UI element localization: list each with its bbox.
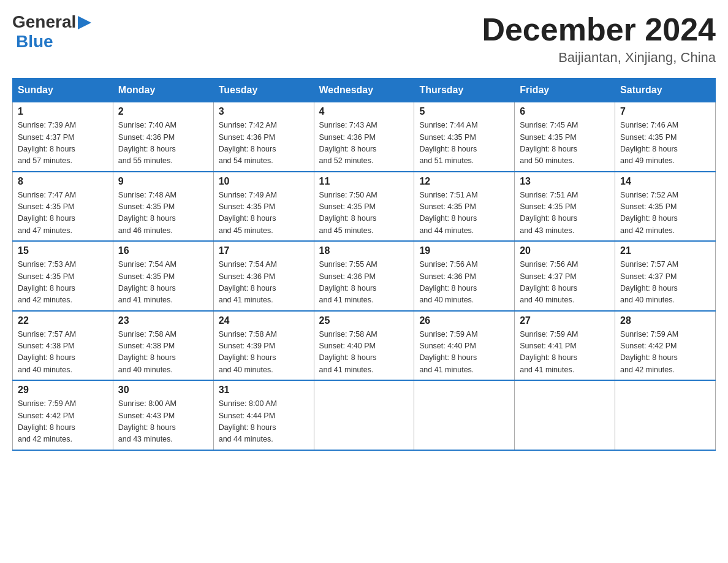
calendar-cell: 15 Sunrise: 7:53 AMSunset: 4:35 PMDaylig… xyxy=(13,241,113,311)
calendar-cell xyxy=(414,380,515,450)
day-info: Sunrise: 7:54 AMSunset: 4:35 PMDaylight:… xyxy=(118,259,208,307)
calendar-week-row: 22 Sunrise: 7:57 AMSunset: 4:38 PMDaylig… xyxy=(13,311,716,381)
day-info: Sunrise: 7:59 AMSunset: 4:41 PMDaylight:… xyxy=(520,329,610,377)
day-info: Sunrise: 7:46 AMSunset: 4:35 PMDaylight:… xyxy=(620,120,710,167)
day-number: 31 xyxy=(219,385,309,396)
day-info: Sunrise: 7:51 AMSunset: 4:35 PMDaylight:… xyxy=(419,190,509,237)
calendar-cell: 22 Sunrise: 7:57 AMSunset: 4:38 PMDaylig… xyxy=(13,311,113,381)
calendar-week-row: 1 Sunrise: 7:39 AMSunset: 4:37 PMDayligh… xyxy=(13,102,716,172)
day-number: 3 xyxy=(219,106,309,117)
day-info: Sunrise: 7:39 AMSunset: 4:37 PMDaylight:… xyxy=(18,120,108,167)
calendar-cell: 26 Sunrise: 7:59 AMSunset: 4:40 PMDaylig… xyxy=(414,311,515,381)
calendar-cell: 31 Sunrise: 8:00 AMSunset: 4:44 PMDaylig… xyxy=(213,380,314,450)
calendar-cell: 12 Sunrise: 7:51 AMSunset: 4:35 PMDaylig… xyxy=(414,172,515,242)
logo-arrow-icon xyxy=(78,16,91,29)
column-header-wednesday: Wednesday xyxy=(314,79,414,102)
location-title: Baijiantan, Xinjiang, China xyxy=(482,50,716,66)
day-number: 20 xyxy=(520,245,610,256)
column-header-sunday: Sunday xyxy=(13,79,113,102)
calendar-cell: 27 Sunrise: 7:59 AMSunset: 4:41 PMDaylig… xyxy=(515,311,615,381)
calendar-cell: 24 Sunrise: 7:58 AMSunset: 4:39 PMDaylig… xyxy=(213,311,314,381)
calendar-cell xyxy=(314,380,414,450)
calendar-cell: 14 Sunrise: 7:52 AMSunset: 4:35 PMDaylig… xyxy=(615,172,716,242)
column-header-tuesday: Tuesday xyxy=(213,79,314,102)
day-number: 6 xyxy=(520,106,610,117)
day-number: 21 xyxy=(620,245,710,256)
day-info: Sunrise: 7:43 AMSunset: 4:36 PMDaylight:… xyxy=(319,120,409,167)
day-info: Sunrise: 7:44 AMSunset: 4:35 PMDaylight:… xyxy=(419,120,509,167)
svg-marker-0 xyxy=(78,16,91,29)
day-number: 5 xyxy=(419,106,509,117)
page-header: General Blue December 2024 Baijiantan, X… xyxy=(12,12,716,66)
day-info: Sunrise: 7:57 AMSunset: 4:38 PMDaylight:… xyxy=(18,329,108,377)
calendar-cell: 8 Sunrise: 7:47 AMSunset: 4:35 PMDayligh… xyxy=(13,172,113,242)
calendar-cell: 17 Sunrise: 7:54 AMSunset: 4:36 PMDaylig… xyxy=(213,241,314,311)
calendar-cell: 11 Sunrise: 7:50 AMSunset: 4:35 PMDaylig… xyxy=(314,172,414,242)
day-info: Sunrise: 7:51 AMSunset: 4:35 PMDaylight:… xyxy=(520,190,610,237)
calendar-cell xyxy=(515,380,615,450)
calendar-week-row: 8 Sunrise: 7:47 AMSunset: 4:35 PMDayligh… xyxy=(13,172,716,242)
title-block: December 2024 Baijiantan, Xinjiang, Chin… xyxy=(482,12,716,66)
day-info: Sunrise: 7:58 AMSunset: 4:39 PMDaylight:… xyxy=(219,329,309,377)
day-number: 23 xyxy=(118,315,208,326)
calendar-cell: 1 Sunrise: 7:39 AMSunset: 4:37 PMDayligh… xyxy=(13,102,113,172)
calendar-cell: 30 Sunrise: 8:00 AMSunset: 4:43 PMDaylig… xyxy=(113,380,213,450)
day-info: Sunrise: 7:45 AMSunset: 4:35 PMDaylight:… xyxy=(520,120,610,167)
calendar-cell: 6 Sunrise: 7:45 AMSunset: 4:35 PMDayligh… xyxy=(515,102,615,172)
calendar-cell: 19 Sunrise: 7:56 AMSunset: 4:36 PMDaylig… xyxy=(414,241,515,311)
month-title: December 2024 xyxy=(482,12,716,47)
day-number: 28 xyxy=(620,315,710,326)
day-number: 18 xyxy=(319,245,409,256)
column-header-friday: Friday xyxy=(515,79,615,102)
calendar-cell: 29 Sunrise: 7:59 AMSunset: 4:42 PMDaylig… xyxy=(13,380,113,450)
day-number: 19 xyxy=(419,245,509,256)
day-number: 13 xyxy=(520,176,610,187)
day-number: 11 xyxy=(319,176,409,187)
day-number: 4 xyxy=(319,106,409,117)
calendar-cell xyxy=(615,380,716,450)
calendar-cell: 3 Sunrise: 7:42 AMSunset: 4:36 PMDayligh… xyxy=(213,102,314,172)
day-number: 16 xyxy=(118,245,208,256)
day-info: Sunrise: 7:42 AMSunset: 4:36 PMDaylight:… xyxy=(219,120,309,167)
logo-blue-text: Blue xyxy=(16,32,53,52)
calendar-cell: 4 Sunrise: 7:43 AMSunset: 4:36 PMDayligh… xyxy=(314,102,414,172)
calendar-cell: 25 Sunrise: 7:58 AMSunset: 4:40 PMDaylig… xyxy=(314,311,414,381)
day-number: 30 xyxy=(118,385,208,396)
calendar-cell: 23 Sunrise: 7:58 AMSunset: 4:38 PMDaylig… xyxy=(113,311,213,381)
calendar-cell: 2 Sunrise: 7:40 AMSunset: 4:36 PMDayligh… xyxy=(113,102,213,172)
calendar-cell: 10 Sunrise: 7:49 AMSunset: 4:35 PMDaylig… xyxy=(213,172,314,242)
day-number: 17 xyxy=(219,245,309,256)
day-number: 2 xyxy=(118,106,208,117)
calendar-week-row: 29 Sunrise: 7:59 AMSunset: 4:42 PMDaylig… xyxy=(13,380,716,450)
day-info: Sunrise: 7:49 AMSunset: 4:35 PMDaylight:… xyxy=(219,190,309,237)
day-info: Sunrise: 7:50 AMSunset: 4:35 PMDaylight:… xyxy=(319,190,409,237)
day-number: 8 xyxy=(18,176,108,187)
day-number: 10 xyxy=(219,176,309,187)
day-number: 26 xyxy=(419,315,509,326)
day-number: 29 xyxy=(18,385,108,396)
day-number: 1 xyxy=(18,106,108,117)
day-info: Sunrise: 8:00 AMSunset: 4:44 PMDaylight:… xyxy=(219,398,309,446)
calendar-cell: 16 Sunrise: 7:54 AMSunset: 4:35 PMDaylig… xyxy=(113,241,213,311)
logo-general-text: General xyxy=(12,12,76,32)
day-info: Sunrise: 7:58 AMSunset: 4:38 PMDaylight:… xyxy=(118,329,208,377)
day-info: Sunrise: 7:53 AMSunset: 4:35 PMDaylight:… xyxy=(18,259,108,307)
calendar-cell: 5 Sunrise: 7:44 AMSunset: 4:35 PMDayligh… xyxy=(414,102,515,172)
calendar-header-row: SundayMondayTuesdayWednesdayThursdayFrid… xyxy=(13,79,716,102)
calendar-cell: 20 Sunrise: 7:56 AMSunset: 4:37 PMDaylig… xyxy=(515,241,615,311)
day-number: 12 xyxy=(419,176,509,187)
calendar-cell: 7 Sunrise: 7:46 AMSunset: 4:35 PMDayligh… xyxy=(615,102,716,172)
day-info: Sunrise: 8:00 AMSunset: 4:43 PMDaylight:… xyxy=(118,398,208,446)
day-info: Sunrise: 7:56 AMSunset: 4:37 PMDaylight:… xyxy=(520,259,610,307)
calendar-cell: 21 Sunrise: 7:57 AMSunset: 4:37 PMDaylig… xyxy=(615,241,716,311)
day-number: 9 xyxy=(118,176,208,187)
calendar-cell: 13 Sunrise: 7:51 AMSunset: 4:35 PMDaylig… xyxy=(515,172,615,242)
day-number: 14 xyxy=(620,176,710,187)
logo: General Blue xyxy=(12,12,91,52)
day-info: Sunrise: 7:40 AMSunset: 4:36 PMDaylight:… xyxy=(118,120,208,167)
day-number: 27 xyxy=(520,315,610,326)
calendar-cell: 28 Sunrise: 7:59 AMSunset: 4:42 PMDaylig… xyxy=(615,311,716,381)
day-info: Sunrise: 7:48 AMSunset: 4:35 PMDaylight:… xyxy=(118,190,208,237)
day-info: Sunrise: 7:47 AMSunset: 4:35 PMDaylight:… xyxy=(18,190,108,237)
day-info: Sunrise: 7:59 AMSunset: 4:42 PMDaylight:… xyxy=(620,329,710,377)
